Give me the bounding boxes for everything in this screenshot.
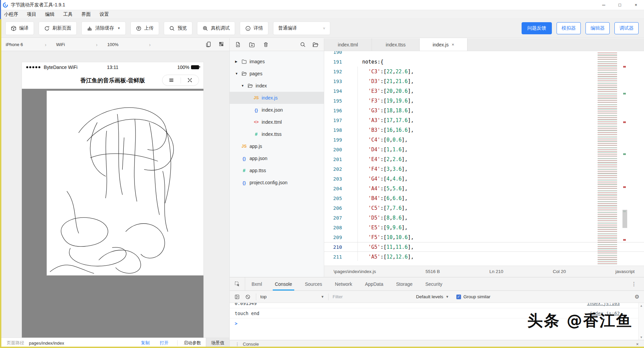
preview-button[interactable]: 预览 xyxy=(164,22,192,35)
capsule-menu-button[interactable] xyxy=(162,77,181,83)
minimap[interactable] xyxy=(598,52,629,264)
compile-mode-value: 普通编译 xyxy=(278,25,297,31)
scale-select[interactable]: 100%› xyxy=(102,42,155,47)
refresh-page-button[interactable]: 刷新页面 xyxy=(39,22,77,35)
maximize-button[interactable]: □ xyxy=(612,0,628,10)
mirror-phone-icon[interactable] xyxy=(205,41,211,48)
phone-status-bar: ByteDance WiFi 13:11 100% xyxy=(22,62,203,72)
compile-mode-select[interactable]: 普通编译 ˅ xyxy=(273,22,330,35)
watermark: 头条 @香江鱼 xyxy=(527,310,633,331)
clear-cache-button[interactable]: 清除缓存▼ xyxy=(81,22,126,35)
log-source-link[interactable]: index.js:103 xyxy=(587,303,620,306)
code-text: 'F4':[3,3.6], xyxy=(350,166,408,172)
search-files-button[interactable] xyxy=(300,42,306,48)
tab-index-js[interactable]: index.js× xyxy=(420,38,467,51)
clear-console-button[interactable] xyxy=(245,294,251,300)
tree-item-index-json[interactable]: {}index.json xyxy=(230,104,324,116)
caret-down-icon: ▼ xyxy=(117,27,120,30)
console-tab-network[interactable]: Network xyxy=(329,277,358,291)
feedback-button[interactable]: 问题反馈 xyxy=(522,22,552,34)
drawer-close-button[interactable]: × xyxy=(636,342,639,347)
code-line-199: 199'C4':[0,0.6], xyxy=(324,135,644,145)
code-text: 'A3':[17,17.6], xyxy=(350,117,414,123)
status-language[interactable]: javascript xyxy=(615,269,635,274)
code-text: 'E4':[2,2.6], xyxy=(350,156,408,162)
tree-item-app-js[interactable]: JSapp.js xyxy=(230,140,324,152)
delete-file-button[interactable] xyxy=(263,42,269,47)
tree-item-app-ttss[interactable]: #app.ttss xyxy=(230,164,324,177)
upload-button[interactable]: 上传 xyxy=(130,22,159,35)
show-sidebar-button[interactable] xyxy=(234,294,240,300)
element-picker-button[interactable] xyxy=(230,277,245,291)
console-tab-security[interactable]: Security xyxy=(419,277,449,291)
code-text: 'B4':[6,6.6], xyxy=(350,195,408,201)
menu-item-1[interactable]: 项目 xyxy=(26,11,37,17)
debugger-button[interactable]: 调试器 xyxy=(614,22,639,34)
chevron-expanded-icon[interactable]: ▼ xyxy=(241,84,244,87)
console-tab-storage[interactable]: Storage xyxy=(390,277,419,291)
chevron-collapsed-icon[interactable]: ▶ xyxy=(235,60,238,63)
tree-item-index-js[interactable]: JSindex.js xyxy=(230,92,324,104)
new-file-button[interactable] xyxy=(235,42,241,47)
console-settings-gear-icon[interactable]: ⚙ xyxy=(635,294,639,300)
scroll-up-icon[interactable]: ▲ xyxy=(640,304,642,307)
preview-icon xyxy=(169,26,175,31)
console-tab-appdata[interactable]: AppData xyxy=(358,277,389,291)
scrollbar-thumb[interactable] xyxy=(622,210,627,228)
tree-item-index-ttml[interactable]: <>index.ttml xyxy=(230,116,324,128)
log-levels-select[interactable]: Default levels ▼ xyxy=(416,294,449,299)
code-viewport[interactable]: 190191notes:{192'C3':[22,22.6],193'D3':[… xyxy=(324,51,644,266)
console-tab-sources[interactable]: Sources xyxy=(299,277,329,291)
close-button[interactable]: × xyxy=(628,0,644,10)
new-folder-button[interactable] xyxy=(249,42,255,48)
capsule-close-button[interactable] xyxy=(181,77,199,83)
device-select[interactable]: iPhone 6› xyxy=(0,42,50,47)
close-tab-icon[interactable]: × xyxy=(452,42,454,47)
menu-item-5[interactable]: 设置 xyxy=(99,11,110,17)
menu-item-2[interactable]: 编辑 xyxy=(44,11,55,17)
filter-input[interactable]: Filter xyxy=(333,294,409,299)
tab-index-ttss[interactable]: index.ttss xyxy=(372,38,420,51)
tree-item-project-config-json[interactable]: {}project.config.json xyxy=(230,177,324,189)
simulator-button[interactable]: 模拟器 xyxy=(557,22,581,34)
open-path-button[interactable]: 打开 xyxy=(160,340,168,346)
scroll-down-icon[interactable]: ▼ xyxy=(640,336,642,339)
menu-item-4[interactable]: 界面 xyxy=(81,11,91,17)
compile-button[interactable]: 编译 xyxy=(5,22,34,35)
page-path-label: 页面路径 xyxy=(7,340,24,346)
devtools-window: 字节跳动开发者工具-1.9.1 ─ □ × 小程序项目编辑工具界面设置 编译刷新… xyxy=(0,0,644,348)
tree-item-images[interactable]: ▶images xyxy=(230,55,324,68)
tree-item-app-json[interactable]: {}app.json xyxy=(230,152,324,164)
group-similar-checkbox[interactable]: ✓ xyxy=(456,295,461,299)
console-tab-bxml[interactable]: Bxml xyxy=(245,277,268,291)
editor-button[interactable]: 编辑器 xyxy=(585,22,610,34)
console-tab-console[interactable]: Console xyxy=(268,277,298,291)
drawer-dots-icon[interactable]: ⋮ xyxy=(235,342,239,347)
drawing-canvas[interactable] xyxy=(46,90,203,276)
open-folder-button[interactable] xyxy=(312,42,318,48)
copy-path-button[interactable]: 复制 xyxy=(141,340,150,346)
tree-item-index[interactable]: ▼index xyxy=(230,80,324,92)
minimize-button[interactable]: ─ xyxy=(596,0,612,10)
console-log-area[interactable]: 0.091549index.js:103touch endindex.js:62… xyxy=(230,303,644,340)
console-scrollbar[interactable]: ▲ ▼ xyxy=(638,303,644,340)
menu-item-0[interactable]: 小程序 xyxy=(3,11,19,17)
tree-item-pages[interactable]: ▼pages xyxy=(230,68,324,80)
device-debug-button[interactable]: 真机调试 xyxy=(197,22,235,35)
tree-item-index-ttss[interactable]: #index.ttss xyxy=(230,128,324,140)
chevron-down-icon: ˅ xyxy=(323,26,325,30)
file-name: pages xyxy=(250,71,262,76)
network-select[interactable]: WiFi› xyxy=(50,42,102,47)
chevron-expanded-icon[interactable]: ▼ xyxy=(235,72,238,75)
grid-layout-icon[interactable] xyxy=(219,41,224,48)
tab-index-ttml[interactable]: index.ttml xyxy=(324,38,372,51)
js-file-icon: JS xyxy=(241,144,247,149)
launch-params-tab[interactable]: 启动参数 xyxy=(184,340,201,346)
more-options-icon[interactable]: ⋮ xyxy=(631,277,644,291)
tab-label: index.js xyxy=(432,42,448,47)
console-prompt[interactable]: > xyxy=(235,321,237,326)
context-select[interactable]: top ▼ xyxy=(260,294,324,299)
menu-item-3[interactable]: 工具 xyxy=(63,11,73,17)
details-button[interactable]: 详情 xyxy=(240,22,268,35)
file-name: index.js xyxy=(262,95,277,101)
